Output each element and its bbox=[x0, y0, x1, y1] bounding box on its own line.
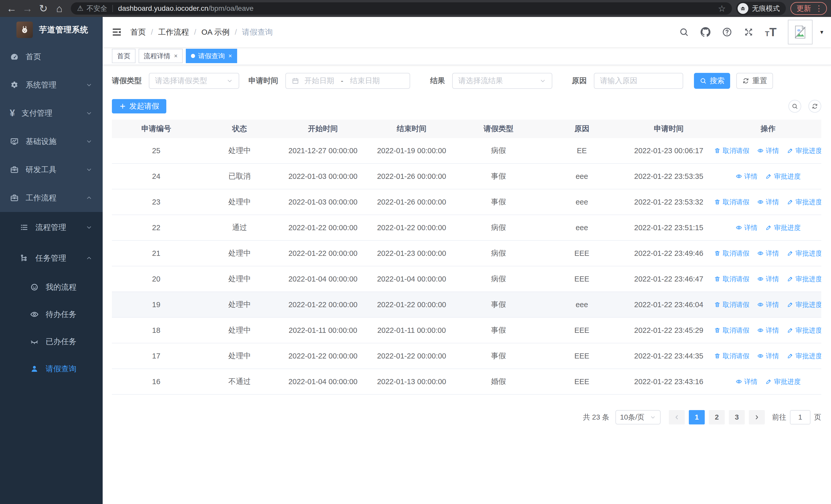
cell-apply_time: 2022-01-23 00:06:17 bbox=[623, 147, 715, 155]
cancel-action-button[interactable]: 取消请假 bbox=[715, 300, 749, 309]
cancel-action-label: 取消请假 bbox=[723, 352, 749, 360]
sidebar-item-infrastructure[interactable]: 基础设施 bbox=[0, 127, 103, 155]
sidebar-item-workflow[interactable]: 工作流程 bbox=[0, 184, 103, 212]
cancel-action-button[interactable]: 取消请假 bbox=[715, 198, 749, 207]
detail-action-label: 详情 bbox=[744, 172, 757, 181]
progress-action-button[interactable]: 审批进度 bbox=[787, 300, 821, 309]
fullscreen-icon[interactable] bbox=[744, 27, 754, 37]
sidebar-item-process-mgmt[interactable]: 流程管理 bbox=[0, 212, 103, 243]
eye-icon bbox=[30, 310, 39, 319]
cancel-action-button[interactable]: 取消请假 bbox=[715, 274, 749, 284]
sidebar-item-my-process[interactable]: 我的流程 bbox=[0, 273, 103, 301]
reason-input[interactable]: 请输入原因 bbox=[594, 73, 683, 89]
sidebar-item-todo-tasks[interactable]: 待办任务 bbox=[0, 301, 103, 328]
detail-action-button[interactable]: 详情 bbox=[757, 300, 779, 309]
next-page-button[interactable] bbox=[749, 410, 765, 424]
avatar[interactable] bbox=[788, 20, 812, 45]
browser-menu-icon[interactable]: ⋮ bbox=[815, 5, 823, 12]
bookmark-star-icon[interactable]: ☆ bbox=[718, 4, 726, 13]
result-select[interactable]: 请选择流结果 bbox=[452, 73, 552, 89]
browser-forward-icon[interactable]: → bbox=[20, 1, 35, 16]
detail-action-label: 详情 bbox=[766, 274, 779, 284]
logo[interactable]: 芋道管理系统 bbox=[0, 17, 103, 42]
sidebar-item-leave-query[interactable]: 请假查询 bbox=[0, 355, 103, 382]
close-icon[interactable]: × bbox=[228, 52, 232, 60]
browser-home-icon[interactable]: ⌂ bbox=[52, 1, 67, 16]
sidebar-item-payment[interactable]: ¥支付管理 bbox=[0, 99, 103, 127]
refresh-table-button[interactable] bbox=[808, 100, 821, 113]
page-button-1[interactable]: 1 bbox=[689, 410, 705, 424]
prev-page-button[interactable] bbox=[669, 410, 685, 424]
sidebar-collapse-icon[interactable] bbox=[111, 27, 122, 37]
detail-action-button[interactable]: 详情 bbox=[757, 198, 779, 207]
help-icon[interactable] bbox=[722, 27, 732, 37]
url-bar[interactable]: ⚠ 不安全 dashboard.yudao.iocoder.cn/bpm/oa/… bbox=[71, 2, 732, 14]
browser-back-icon[interactable]: ← bbox=[4, 1, 19, 16]
search-icon[interactable] bbox=[679, 27, 689, 37]
cancel-action-button[interactable]: 取消请假 bbox=[715, 146, 749, 155]
progress-action-button[interactable]: 审批进度 bbox=[787, 326, 821, 335]
progress-action-button[interactable]: 审批进度 bbox=[765, 172, 801, 181]
cancel-action-label: 取消请假 bbox=[723, 146, 749, 155]
show-search-button[interactable] bbox=[789, 100, 801, 113]
github-icon[interactable] bbox=[700, 27, 711, 37]
progress-action-button[interactable]: 审批进度 bbox=[765, 223, 801, 232]
detail-action-button[interactable]: 详情 bbox=[757, 146, 779, 155]
sidebar-item-system[interactable]: 系统管理 bbox=[0, 71, 103, 99]
app-title: 芋道管理系统 bbox=[39, 24, 88, 35]
progress-action-button[interactable]: 审批进度 bbox=[787, 274, 821, 284]
trash-icon bbox=[715, 199, 720, 205]
progress-action-button[interactable]: 审批进度 bbox=[765, 377, 801, 386]
sidebar-item-home[interactable]: 首页 bbox=[0, 42, 103, 71]
tab-label: 请假查询 bbox=[198, 52, 225, 61]
page-button-3[interactable]: 3 bbox=[729, 410, 745, 424]
progress-action-button[interactable]: 审批进度 bbox=[787, 352, 821, 360]
progress-action-button[interactable]: 审批进度 bbox=[787, 198, 821, 207]
detail-action-button[interactable]: 详情 bbox=[757, 326, 779, 335]
update-button[interactable]: 更新 ⋮ bbox=[791, 2, 827, 15]
goto-page-input[interactable]: 1 bbox=[790, 410, 810, 424]
cell-start: 2022-01-11 00:00:00 bbox=[279, 326, 368, 335]
chevron-down-icon bbox=[86, 110, 92, 117]
reset-button[interactable]: 重置 bbox=[736, 73, 773, 89]
apply-time-range-input[interactable]: 开始日期 - 结束日期 bbox=[285, 73, 410, 89]
font-size-icon[interactable]: TT bbox=[765, 27, 777, 37]
detail-action-button[interactable]: 详情 bbox=[736, 172, 757, 181]
sidebar-item-dev-tools[interactable]: 研发工具 bbox=[0, 155, 103, 184]
page-button-2[interactable]: 2 bbox=[709, 410, 725, 424]
cancel-action-button[interactable]: 取消请假 bbox=[715, 326, 749, 335]
page-size-select[interactable]: 10条/页 bbox=[615, 410, 661, 424]
detail-action-button[interactable]: 详情 bbox=[757, 249, 779, 258]
search-button[interactable]: 搜索 bbox=[694, 73, 730, 89]
security-warning-label[interactable]: 不安全 bbox=[86, 4, 107, 13]
detail-action-button[interactable]: 详情 bbox=[757, 274, 779, 284]
sidebar-item-task-mgmt[interactable]: 任务管理 bbox=[0, 243, 103, 273]
leave-type-label: 请假类型 bbox=[112, 76, 142, 86]
cell-status: 处理中 bbox=[201, 325, 279, 335]
tab-process-detail[interactable]: 流程详情× bbox=[139, 49, 183, 63]
breadcrumb-item[interactable]: 首页 bbox=[131, 27, 146, 37]
cancel-action-button[interactable]: 取消请假 bbox=[715, 352, 749, 360]
create-leave-button[interactable]: 发起请假 bbox=[112, 99, 166, 113]
detail-action-button[interactable]: 详情 bbox=[736, 377, 757, 386]
cancel-action-button[interactable]: 取消请假 bbox=[715, 249, 749, 258]
detail-action-label: 详情 bbox=[744, 377, 757, 386]
chevron-down-icon[interactable]: ▾ bbox=[820, 29, 823, 35]
tab-leave-query[interactable]: 请假查询× bbox=[186, 49, 237, 63]
incognito-icon bbox=[738, 3, 748, 14]
progress-action-button[interactable]: 审批进度 bbox=[787, 146, 821, 155]
reset-button-label: 重置 bbox=[752, 76, 767, 86]
face-icon bbox=[30, 283, 39, 292]
table-row: 21处理中2022-01-22 00:00:002022-01-23 00:00… bbox=[112, 241, 821, 266]
leave-type-select[interactable]: 请选择请假类型 bbox=[149, 73, 239, 89]
sidebar-item-done-tasks[interactable]: 已办任务 bbox=[0, 328, 103, 355]
close-icon[interactable]: × bbox=[174, 52, 178, 60]
breadcrumb-item[interactable]: OA 示例 bbox=[201, 27, 230, 37]
progress-action-button[interactable]: 审批进度 bbox=[787, 249, 821, 258]
tab-home[interactable]: 首页 bbox=[112, 49, 136, 63]
browser-reload-icon[interactable]: ↻ bbox=[36, 1, 51, 16]
breadcrumb-item[interactable]: 工作流程 bbox=[158, 27, 189, 37]
detail-action-button[interactable]: 详情 bbox=[757, 352, 779, 360]
detail-action-button[interactable]: 详情 bbox=[736, 223, 757, 232]
view-icon bbox=[757, 147, 764, 154]
